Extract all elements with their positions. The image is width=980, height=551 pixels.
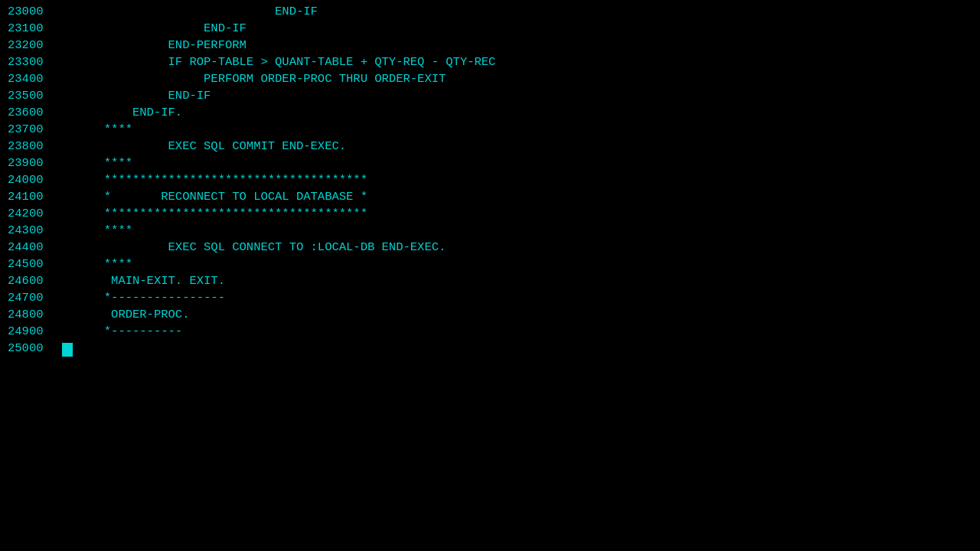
code-line-18: 24800 ORDER-PROC. (0, 306, 980, 323)
line-content-1: END-IF (61, 20, 247, 37)
line-number-11: 24100 (0, 188, 61, 205)
line-number-18: 24800 (0, 306, 61, 323)
code-line-6: 23600 END-IF. (0, 104, 980, 121)
code-line-3: 23300 IF ROP-TABLE > QUANT-TABLE + QTY-R… (0, 54, 980, 70)
line-content-19: *---------- (61, 323, 182, 340)
line-content-6: END-IF. (61, 104, 182, 121)
line-number-12: 24200 (0, 205, 61, 222)
code-line-2: 23200 END-PERFORM (0, 37, 980, 54)
line-number-7: 23700 (0, 121, 61, 138)
line-content-11: * RECONNECT TO LOCAL DATABASE * (61, 188, 368, 205)
code-line-7: 23700 **** (0, 121, 980, 138)
code-line-17: 24700 *---------------- (0, 289, 980, 306)
code-line-8: 23800 EXEC SQL COMMIT END-EXEC. (0, 138, 980, 155)
code-line-9: 23900 **** (0, 155, 980, 171)
line-content-0: END-IF (61, 3, 318, 20)
line-number-4: 23400 (0, 70, 61, 87)
line-content-9: **** (61, 155, 132, 171)
code-line-12: 24200 **********************************… (0, 205, 980, 222)
line-number-0: 23000 (0, 3, 61, 20)
code-line-15: 24500 **** (0, 256, 980, 272)
line-content-3: IF ROP-TABLE > QUANT-TABLE + QTY-REQ - Q… (61, 54, 495, 70)
line-number-1: 23100 (0, 20, 61, 37)
code-line-11: 24100 * RECONNECT TO LOCAL DATABASE * (0, 188, 980, 205)
line-content-13: **** (61, 222, 132, 239)
line-number-9: 23900 (0, 155, 61, 171)
line-number-15: 24500 (0, 256, 61, 272)
line-content-8: EXEC SQL COMMIT END-EXEC. (61, 138, 346, 155)
line-content-2: END-PERFORM (61, 37, 247, 54)
line-content-14: EXEC SQL CONNECT TO :LOCAL-DB END-EXEC. (61, 239, 446, 256)
code-line-13: 24300 **** (0, 222, 980, 239)
line-number-20: 25000 (0, 340, 61, 357)
line-content-10: ************************************* (61, 171, 368, 188)
line-number-13: 24300 (0, 222, 61, 239)
line-number-5: 23500 (0, 87, 61, 104)
code-line-10: 24000 **********************************… (0, 171, 980, 188)
line-content-12: ************************************* (61, 205, 368, 222)
line-number-3: 23300 (0, 54, 61, 70)
line-number-6: 23600 (0, 104, 61, 121)
line-content-4: PERFORM ORDER-PROC THRU ORDER-EXIT (61, 70, 446, 87)
line-content-5: END-IF (61, 87, 211, 104)
code-line-1: 23100 END-IF (0, 20, 980, 37)
line-number-2: 23200 (0, 37, 61, 54)
line-number-16: 24600 (0, 272, 61, 289)
code-line-4: 23400 PERFORM ORDER-PROC THRU ORDER-EXIT (0, 70, 980, 87)
code-line-14: 24400 EXEC SQL CONNECT TO :LOCAL-DB END-… (0, 239, 980, 256)
line-number-10: 24000 (0, 171, 61, 188)
code-line-20: 25000 (0, 340, 980, 357)
line-content-20 (61, 340, 73, 357)
line-content-16: MAIN-EXIT. EXIT. (61, 272, 225, 289)
code-line-5: 23500 END-IF (0, 87, 980, 104)
line-number-19: 24900 (0, 323, 61, 340)
code-line-19: 24900 *---------- (0, 323, 980, 340)
code-line-16: 24600 MAIN-EXIT. EXIT. (0, 272, 980, 289)
line-number-17: 24700 (0, 289, 61, 306)
line-content-7: **** (61, 121, 132, 138)
line-content-15: **** (61, 256, 132, 272)
line-content-18: ORDER-PROC. (61, 306, 189, 323)
line-number-8: 23800 (0, 138, 61, 155)
code-line-0: 23000 END-IF (0, 3, 980, 20)
terminal-window: 23000 END-IF23100 END-IF23200 END-PERFOR… (0, 0, 980, 551)
line-content-17: *---------------- (61, 289, 225, 306)
line-number-14: 24400 (0, 239, 61, 256)
cursor-block (62, 343, 73, 357)
